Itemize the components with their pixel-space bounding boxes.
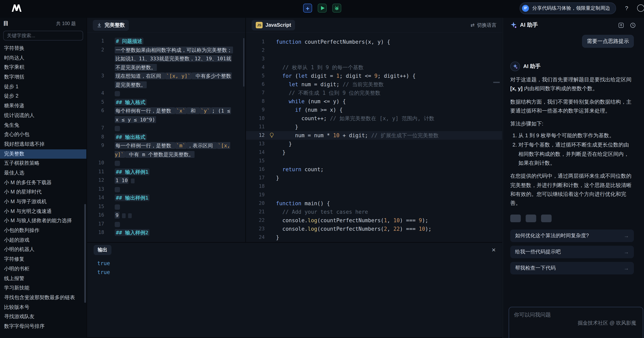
sidebar-item[interactable]: 数字字母问号排序 (0, 322, 86, 331)
sidebar-item[interactable]: 我好想逃却逃不掉 (0, 140, 86, 149)
help-icon[interactable]: ? (625, 5, 628, 11)
output-header: 输出 × (87, 243, 502, 257)
code-text: // 不断生成 1 位到 9 位的完美整数 (276, 89, 380, 97)
editor-scroll-mark[interactable] (493, 82, 500, 83)
problem-line: 3现在想知道，在区间 `[x, y]` 中有多少个整数是完美整数。 (87, 72, 245, 89)
sidebar-item[interactable]: 小明的书柜 (0, 264, 86, 274)
code-line[interactable]: 20function main() { (246, 199, 502, 208)
suggestion-button[interactable]: 帮我检查一下代码→ (510, 262, 634, 274)
code-line[interactable]: 13 } (246, 140, 502, 148)
code-text: } (276, 148, 286, 157)
line-number: 2 (87, 45, 104, 72)
sidebar-item[interactable]: 小 M 的多任务下载器 (0, 178, 86, 187)
sidebar-item[interactable]: 时尚达人 (0, 53, 86, 63)
sidebar-item[interactable]: 小明的机器人 (0, 245, 86, 255)
code-line[interactable]: 12 num = num * 10 + digit; // 扩展生成下一位完美整… (246, 131, 502, 140)
output-tab[interactable]: 输出 (94, 245, 112, 255)
code-line[interactable]: 4 // 枚举从 1 到 9 的每一个基数 (246, 63, 502, 72)
sidebar-item[interactable]: 贪心的小包 (0, 130, 86, 140)
line-number: 6 (246, 80, 265, 89)
code-text: // Add your test cases here (276, 208, 368, 216)
history-icon[interactable] (630, 22, 636, 28)
close-icon[interactable]: × (492, 246, 496, 253)
line-content: 每个样例有一行，是整数 `x` 和 `y`; (1 ≤ x ≤ y ≤ 10^9… (115, 106, 234, 124)
output-panel: 输出 × truetrue (87, 243, 502, 337)
sidebar-item[interactable]: 统计说谎的人 (0, 111, 86, 120)
code-line[interactable]: 16 return count; (246, 165, 502, 174)
language-label: JavaScript (266, 22, 291, 28)
account-icon[interactable] (637, 4, 644, 12)
code-line[interactable]: 9 if (num >= x) { (246, 106, 502, 114)
code-line[interactable]: 3 (246, 55, 502, 63)
code-line[interactable]: 24} (246, 233, 502, 242)
line-content (115, 220, 234, 228)
sidebar-item[interactable]: 五子棋获胜策略 (0, 159, 86, 169)
code-line[interactable]: 1function countPerfectNumbers(x, y) { (246, 38, 502, 46)
sidebar-item[interactable]: 小 M 的星球时代 (0, 188, 86, 197)
line-number: 17 (87, 220, 104, 228)
suggestion-label: 给我一些代码提示吧 (515, 248, 561, 255)
sidebar-item[interactable]: 线上报警 (0, 274, 86, 283)
sidebar-item[interactable]: 糖果传递 (0, 101, 86, 111)
output-console: truetrue (87, 257, 502, 277)
code-editor[interactable]: 1function countPerfectNumbers(x, y) {234… (246, 33, 502, 242)
chat-input-box[interactable]: 你可以问我问题 掘金技术社区 @ 吹风影魔 (509, 307, 643, 338)
sidebar-item[interactable]: 最佳人选 (0, 169, 86, 178)
sidebar-item[interactable]: 小 M 与弹子游戏机 (0, 197, 86, 207)
code-line[interactable]: 10 count++; // 如果完美整数在 [x, y] 范围内, 计数 (246, 114, 502, 123)
problem-tab[interactable]: 完美整数 (93, 20, 129, 30)
suggestion-button[interactable]: 给我一些代码提示吧→ (510, 245, 634, 258)
code-line[interactable]: 19 (246, 191, 502, 199)
sidebar-item[interactable]: 学习新技能 (0, 283, 86, 293)
sidebar-item[interactable]: 兔生兔 (0, 120, 86, 130)
code-line[interactable]: 17} (246, 174, 502, 182)
lightbulb-icon[interactable] (269, 132, 274, 138)
sidebar-item[interactable]: 小包的数列操作 (0, 226, 86, 235)
sidebar-item[interactable]: 小 M 与狼人拯救者的能力选择 (0, 216, 86, 226)
sidebar-item[interactable]: 寻找游戏队友 (0, 312, 86, 322)
sidebar-item[interactable]: 字符修复 (0, 255, 86, 264)
code-line[interactable]: 5 for (let digit = 1; digit <= 9; digit+… (246, 72, 502, 80)
code-line[interactable]: 15 (246, 157, 502, 165)
sidebar-item[interactable]: 字符替换 (0, 44, 86, 53)
code-line[interactable]: 6 let num = digit; // 当前完美整数 (246, 80, 502, 89)
sidebar-scrollbar[interactable] (84, 204, 86, 303)
code-line[interactable]: 2 (246, 46, 502, 55)
marscode-logo[interactable] (11, 4, 22, 12)
sidebar-item[interactable]: 完美整数 (0, 149, 86, 159)
switch-language-button[interactable]: ⇄ 切换语言 (470, 22, 496, 28)
sidebar-item[interactable]: 徒步 2 (0, 92, 86, 101)
sidebar-item[interactable]: 数字乘积 (0, 63, 86, 72)
export-icon[interactable] (618, 22, 624, 28)
text-segment: ## 输入格式 (115, 99, 146, 105)
code-line[interactable]: 23 console.log(countPerfectNumbers(2, 22… (246, 225, 502, 233)
code-line[interactable]: 22 console.log(countPerfectNumbers(1, 10… (246, 216, 502, 225)
code-line[interactable]: 14 } (246, 148, 502, 157)
run-button[interactable] (318, 4, 327, 12)
code-line[interactable]: 11 } (246, 123, 502, 131)
code-text: } (276, 123, 298, 131)
code-line[interactable]: 7 // 不断生成 1 位到 9 位的完美整数 (246, 89, 502, 97)
line-number: 5 (87, 98, 104, 106)
add-button[interactable]: + (303, 4, 312, 12)
sidebar-item[interactable]: 小超的游戏 (0, 236, 86, 245)
debug-button[interactable] (332, 4, 341, 12)
javascript-icon: JS (256, 22, 263, 28)
search-input[interactable] (3, 31, 83, 40)
sidebar-item[interactable]: 寻找包含斐波那契数最多的链表 (0, 293, 86, 303)
sidebar-item[interactable]: 徒步 1 (0, 82, 86, 92)
sidebar-item[interactable]: 小 M 与光明之魂速通 (0, 207, 86, 216)
sidebar-item[interactable]: 数字增括 (0, 72, 86, 82)
language-tab[interactable]: JS JavaScript (252, 20, 295, 30)
problem-scrollbar[interactable] (243, 38, 244, 87)
action-placeholder[interactable] (510, 214, 521, 222)
code-line[interactable]: 18 (246, 182, 502, 191)
sidebar-item[interactable]: 比较版本号 (0, 303, 86, 312)
promo-banner[interactable]: 分享代码练习体验，领限量定制周边 (520, 2, 616, 14)
code-line[interactable]: 21 // Add your test cases here (246, 208, 502, 216)
action-placeholder[interactable] (541, 214, 552, 222)
problem-line: 5## 输入格式 (87, 98, 245, 106)
action-placeholder[interactable] (526, 214, 536, 222)
code-line[interactable]: 8 while (num <= y) { (246, 97, 502, 106)
suggestion-button[interactable]: 如何优化这个算法的时间复杂度?→ (510, 229, 634, 242)
